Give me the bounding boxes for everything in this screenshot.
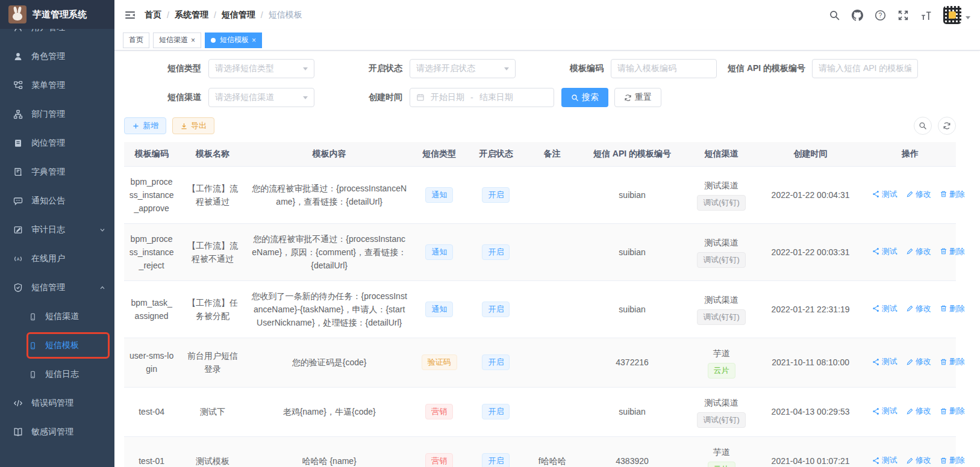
date-range-picker[interactable]: 开始日期 - 结束日期 xyxy=(410,88,554,107)
sms-type-select[interactable]: 请选择短信类型 xyxy=(208,59,314,78)
font-size-icon[interactable] xyxy=(920,10,932,21)
test-button[interactable]: 测试 xyxy=(872,245,897,258)
edit-button[interactable]: 修改 xyxy=(906,404,931,418)
test-button[interactable]: 测试 xyxy=(872,454,897,467)
phone-icon xyxy=(29,313,37,321)
reset-button[interactable]: 重置 xyxy=(614,88,661,107)
github-icon[interactable] xyxy=(852,10,863,21)
delete-button[interactable]: 删除 xyxy=(940,355,965,368)
test-button[interactable]: 测试 xyxy=(872,404,897,418)
sidebar-collapse-icon[interactable] xyxy=(124,9,136,21)
sidebar-item-menus[interactable]: 菜单管理 xyxy=(0,71,114,100)
sidebar-item-roles[interactable]: 角色管理 xyxy=(0,42,114,71)
avatar[interactable] xyxy=(943,6,961,24)
delete-button[interactable]: 删除 xyxy=(940,188,965,201)
edit-button[interactable]: 修改 xyxy=(906,245,931,258)
sidebar-item-audit-log[interactable]: 审计日志 xyxy=(0,215,114,244)
start-date-input[interactable]: 开始日期 xyxy=(431,92,464,103)
sidebar-menu: 用户管理 角色管理 菜单管理 部门管理 岗位管理 字典管理 xyxy=(0,29,114,467)
user-icon xyxy=(13,52,23,61)
cell-channel: 测试渠道 调试(钉钉) xyxy=(686,223,757,280)
sidebar-item-label: 菜单管理 xyxy=(31,80,65,91)
sidebar-item-notices[interactable]: 通知公告 xyxy=(0,187,114,215)
cell-status: 开启 xyxy=(466,338,526,387)
action-label: 删除 xyxy=(949,404,965,418)
sidebar-item-departments[interactable]: 部门管理 xyxy=(0,100,114,129)
tab-sms-channel[interactable]: 短信渠道 × xyxy=(153,32,201,48)
sidebar-item-label: 角色管理 xyxy=(31,51,65,62)
edit-button[interactable]: 修改 xyxy=(906,188,931,201)
cell-channel: 芋道 云片 xyxy=(686,436,757,467)
channel-name: 芋道 xyxy=(691,347,752,360)
edit-pen-icon xyxy=(906,407,914,415)
cell-template-name: 测试下 xyxy=(179,387,246,436)
breadcrumb-item[interactable]: 首页 xyxy=(145,10,161,20)
filter-label: 开启状态 xyxy=(325,63,410,74)
breadcrumb-separator: / xyxy=(167,10,169,20)
api-template-id-input[interactable]: 请输入短信 API 的模板编号 xyxy=(812,59,918,78)
search-icon xyxy=(571,94,579,102)
tab-sms-template[interactable]: 短信模板 × xyxy=(205,32,262,48)
delete-button[interactable]: 删除 xyxy=(940,404,965,418)
edit-button[interactable]: 修改 xyxy=(906,454,931,467)
export-button[interactable]: 导出 xyxy=(172,117,214,134)
sidebar-item-sms-channel[interactable]: 短信渠道 xyxy=(0,302,114,331)
test-button[interactable]: 测试 xyxy=(872,188,897,201)
tab-home[interactable]: 首页 xyxy=(123,32,149,48)
channel-badge: 调试(钉钉) xyxy=(697,195,746,211)
cell-created-at: 2022-01-22 00:04:31 xyxy=(757,166,864,223)
sidebar-item-sms-template[interactable]: 短信模板 xyxy=(0,331,114,360)
cell-sms-type: 验证码 xyxy=(413,338,466,387)
calendar-icon xyxy=(416,93,425,102)
sidebar-item-label: 短信模板 xyxy=(45,340,79,351)
delete-button[interactable]: 删除 xyxy=(940,454,965,467)
edit-button[interactable]: 修改 xyxy=(906,302,931,315)
sidebar-item-posts[interactable]: 岗位管理 xyxy=(0,129,114,158)
tab-label: 首页 xyxy=(129,35,143,45)
sidebar-item-error-codes[interactable]: 错误码管理 xyxy=(0,389,114,418)
action-label: 测试 xyxy=(882,188,897,201)
edit-pen-icon xyxy=(906,247,914,255)
edit-pen-icon xyxy=(906,457,914,465)
table-refresh-button[interactable] xyxy=(938,117,956,135)
fullscreen-icon[interactable] xyxy=(897,10,909,21)
sidebar-item-sensitive-words[interactable]: 敏感词管理 xyxy=(0,418,114,447)
column-header: 操作 xyxy=(864,142,956,166)
close-icon[interactable]: × xyxy=(191,37,195,44)
action-label: 删除 xyxy=(949,355,965,368)
column-header: 备注 xyxy=(526,142,578,166)
help-icon[interactable]: ? xyxy=(875,10,886,21)
main-area: 首页 / 系统管理 / 短信管理 / 短信模板 ? xyxy=(114,0,980,467)
breadcrumb-item[interactable]: 短信管理 xyxy=(222,10,255,20)
top-navbar: 首页 / 系统管理 / 短信管理 / 短信模板 ? xyxy=(114,0,980,30)
breadcrumb-item[interactable]: 系统管理 xyxy=(175,10,208,20)
search-button[interactable]: 搜索 xyxy=(561,88,608,107)
table-search-toggle-button[interactable] xyxy=(914,117,932,135)
add-button[interactable]: 新增 xyxy=(124,117,166,134)
close-icon[interactable]: × xyxy=(252,37,256,44)
sidebar-item-online-users[interactable]: A 在线用户 xyxy=(0,244,114,273)
status-select[interactable]: 请选择开启状态 xyxy=(410,59,516,78)
sidebar-item-sms-log[interactable]: 短信日志 xyxy=(0,360,114,389)
template-code-input[interactable]: 请输入模板编码 xyxy=(611,59,717,78)
search-icon[interactable] xyxy=(829,10,840,21)
button-label: 重置 xyxy=(635,92,652,103)
edit-button[interactable]: 修改 xyxy=(906,355,931,368)
channel-select[interactable]: 请选择短信渠道 xyxy=(208,88,314,107)
sidebar-item-dictionary[interactable]: 字典管理 xyxy=(0,158,114,187)
sidebar-item-users[interactable]: 用户管理 xyxy=(0,29,114,42)
filter-label: 短信 API 的模板编号 xyxy=(728,63,812,74)
phone-icon xyxy=(29,342,37,350)
delete-button[interactable]: 删除 xyxy=(940,245,965,258)
test-button[interactable]: 测试 xyxy=(872,355,897,368)
filter-api-template-id: 短信 API 的模板编号 请输入短信 API 的模板编号 xyxy=(728,59,918,78)
filter-row-2: 短信渠道 请选择短信渠道 创建时间 开始日期 - 结束日期 xyxy=(124,88,956,107)
delete-button[interactable]: 删除 xyxy=(940,302,965,315)
end-date-input[interactable]: 结束日期 xyxy=(479,92,513,103)
user-menu[interactable] xyxy=(943,6,970,24)
cell-actions: 测试 修改 删除 xyxy=(864,387,956,436)
column-header: 模板编码 xyxy=(124,142,179,166)
test-button[interactable]: 测试 xyxy=(872,302,897,315)
sidebar-item-sms-management[interactable]: 短信管理 xyxy=(0,273,114,302)
cell-remark xyxy=(526,280,578,338)
